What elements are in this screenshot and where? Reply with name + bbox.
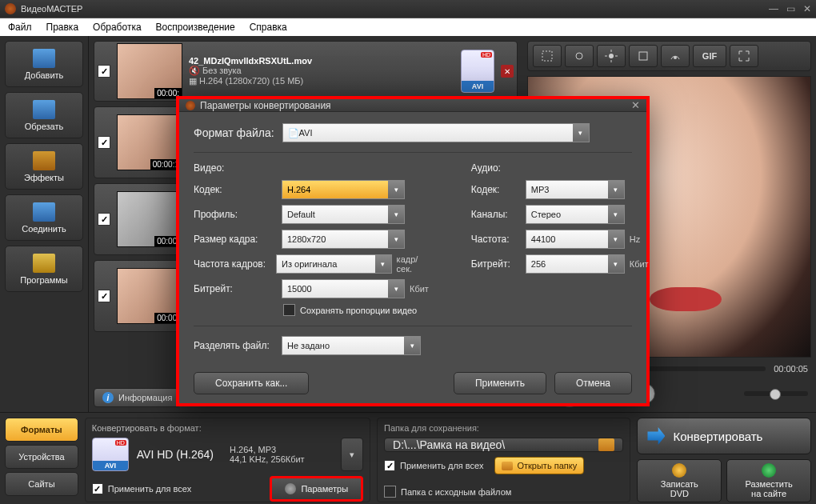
- fx-wb-button[interactable]: [565, 45, 594, 67]
- fx-fullscreen-button[interactable]: [730, 45, 758, 67]
- bottom-bar: Форматы Устройства Сайты Конвертировать …: [0, 412, 816, 504]
- dialog-icon: [186, 101, 195, 110]
- item-remove-button[interactable]: ✕: [501, 65, 514, 78]
- volume-knob[interactable]: [770, 389, 781, 400]
- video-codec-label: Кодек:: [194, 184, 277, 195]
- audio-codec-value: MP3: [531, 185, 550, 194]
- fx-speed-button[interactable]: [661, 45, 690, 67]
- params-button[interactable]: Параметры: [270, 476, 363, 502]
- chevron-down-icon: ▾: [608, 255, 624, 273]
- chevron-down-icon: ▾: [388, 280, 404, 298]
- dialog-titlebar: Параметры конвертирования ✕: [179, 99, 646, 112]
- apps-icon: [33, 254, 55, 273]
- close-button[interactable]: ✕: [803, 3, 811, 14]
- tool-column: Добавить Обрезать Эффекты Соединить Прог…: [0, 36, 89, 412]
- fps-value: Из оригинала: [282, 259, 337, 269]
- menu-file[interactable]: Файл: [8, 22, 32, 33]
- convert-label: Конвертировать: [673, 430, 762, 443]
- item-checkbox[interactable]: ✓: [98, 136, 110, 149]
- info-button[interactable]: iИнформация: [94, 388, 181, 407]
- fullscreen-icon: [738, 50, 750, 62]
- save-as-button[interactable]: Сохранить как...: [194, 372, 309, 394]
- maximize-button[interactable]: ▭: [786, 3, 795, 14]
- video-codec-dropdown[interactable]: H.264▾: [282, 180, 405, 199]
- fx-gif-button[interactable]: GIF: [693, 45, 726, 67]
- convert-format-panel: Конвертировать в формат: HDAVI AVI HD (H…: [85, 418, 370, 502]
- source-folder-checkbox[interactable]: Папка с исходным файлом: [384, 486, 623, 498]
- minimize-button[interactable]: —: [769, 3, 778, 14]
- list-item[interactable]: ✓ 00:00: 42_MDzIQmvIldxRSXUtL.mov 🔇 Без …: [94, 41, 518, 102]
- video-bitrate-label: Битрейт:: [194, 283, 277, 294]
- svg-rect-7: [639, 52, 647, 60]
- menu-process[interactable]: Обработка: [93, 22, 142, 33]
- apply-all-label: Применить для всех: [108, 484, 191, 494]
- volume-slider[interactable]: [744, 391, 808, 396]
- split-file-value: Не задано: [287, 341, 330, 350]
- convert-button[interactable]: Конвертировать: [637, 418, 811, 454]
- keep-aspect-checkbox[interactable]: Сохранять пропорции видео: [283, 304, 431, 316]
- fx-brightness-button[interactable]: [597, 45, 626, 67]
- audio-bitrate-value: 256: [531, 259, 546, 269]
- tool-programs-label: Программы: [20, 275, 67, 285]
- format-dropdown-button[interactable]: ▾: [341, 438, 363, 471]
- profile-dropdown[interactable]: Default▾: [282, 205, 405, 224]
- fps-label: Частота кадров:: [194, 258, 271, 270]
- browse-folder-button[interactable]: [598, 438, 614, 451]
- disc-icon: [672, 463, 686, 478]
- globe-icon: [762, 463, 776, 478]
- tool-join[interactable]: Соединить: [5, 194, 83, 241]
- svg-point-2: [609, 54, 614, 58]
- apply-button[interactable]: Применить: [454, 372, 546, 394]
- file-format-dropdown[interactable]: 📄 AVI▾: [282, 123, 590, 142]
- file-format-label: Формат файла:: [194, 126, 274, 139]
- apply-all-checkbox[interactable]: ✓Применить для всех: [92, 483, 191, 494]
- tool-cut[interactable]: Обрезать: [5, 92, 83, 138]
- save-path-field[interactable]: D:\...\Рамка на видео\: [384, 438, 623, 452]
- tool-add-label: Добавить: [25, 70, 64, 80]
- tab-formats[interactable]: Форматы: [5, 418, 78, 442]
- tool-add[interactable]: Добавить: [5, 41, 83, 87]
- item-thumbnail: 00:00:: [117, 268, 182, 324]
- fx-stabilize-button[interactable]: [629, 45, 658, 67]
- chevron-down-icon: ▾: [388, 181, 404, 198]
- format-detail: 44,1 KHz, 256Кбит: [230, 454, 305, 464]
- cancel-button[interactable]: Отмена: [554, 372, 632, 394]
- tool-cut-label: Обрезать: [25, 122, 64, 131]
- audio-codec-dropdown[interactable]: MP3▾: [526, 180, 625, 199]
- item-thumbnail: 00:00:1: [117, 114, 182, 170]
- tab-sites[interactable]: Сайты: [5, 472, 78, 496]
- item-checkbox[interactable]: ✓: [98, 65, 110, 78]
- split-file-label: Разделять файл:: [194, 340, 277, 351]
- open-folder-button[interactable]: Открыть папку: [494, 457, 584, 474]
- chevron-down-icon: ▾: [375, 255, 391, 273]
- burn-dvd-button[interactable]: Записать DVD: [637, 459, 722, 502]
- apply-all-checkbox[interactable]: ✓Применить для всех: [384, 460, 483, 471]
- tab-devices[interactable]: Устройства: [5, 445, 78, 469]
- menu-playback[interactable]: Воспроизведение: [156, 22, 235, 33]
- save-folder-panel: Папка для сохранения: D:\...\Рамка на ви…: [377, 418, 630, 502]
- chevron-down-icon: ▾: [608, 206, 624, 223]
- tool-programs[interactable]: Программы: [5, 246, 83, 292]
- channels-dropdown[interactable]: Стерео▾: [526, 205, 625, 224]
- audio-bitrate-dropdown[interactable]: 256▾: [526, 254, 625, 274]
- video-bitrate-unit: Кбит: [410, 284, 429, 294]
- audio-codec-label: Кодек:: [471, 184, 521, 195]
- tool-fx[interactable]: Эффекты: [5, 143, 83, 190]
- frame-size-dropdown[interactable]: 1280x720▾: [282, 230, 405, 249]
- item-checkbox[interactable]: ✓: [98, 213, 110, 226]
- fx-crop-button[interactable]: [533, 45, 562, 67]
- dialog-close-button[interactable]: ✕: [631, 99, 640, 111]
- format-badge: HDAVI: [92, 438, 129, 471]
- frequency-dropdown[interactable]: 44100▾: [526, 230, 625, 249]
- video-bitrate-dropdown[interactable]: 15000▾: [282, 279, 405, 298]
- item-checkbox[interactable]: ✓: [98, 290, 110, 302]
- menu-help[interactable]: Справка: [250, 22, 287, 33]
- fps-dropdown[interactable]: Из оригинала▾: [276, 254, 392, 274]
- item-thumbnail: 00:00:: [117, 43, 182, 99]
- frequency-label: Частота:: [471, 234, 521, 245]
- split-file-dropdown[interactable]: Не задано▾: [282, 336, 421, 355]
- menu-edit[interactable]: Правка: [46, 22, 79, 33]
- chevron-down-icon: ▾: [388, 206, 404, 223]
- channels-value: Стерео: [531, 210, 561, 219]
- upload-button[interactable]: Разместить на сайте: [726, 459, 811, 502]
